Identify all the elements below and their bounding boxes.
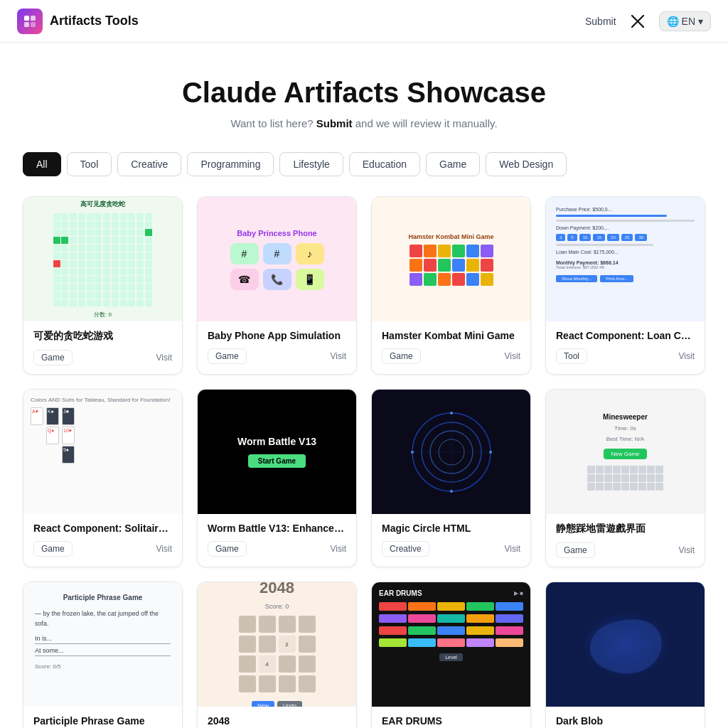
card-title-loan: React Component: Loan Cal... [556, 330, 695, 341]
filter-bar: All Tool Creative Programming Lifestyle … [0, 152, 728, 196]
card-footer-solitaire: Game Visit [33, 541, 172, 557]
card-visit-loan[interactable]: Visit [679, 351, 695, 361]
card-thumb-minesweeper: Minesweeper Time: 0s Best Time: N/A New … [546, 390, 705, 514]
card-loan: Purchase Price: $500,0... Down Payment: … [545, 196, 705, 375]
x-icon[interactable] [628, 11, 648, 31]
card-title-magic: Magic Circle HTML [382, 523, 520, 534]
hero-section: Claude Artifacts Showcase Want to list h… [0, 43, 728, 152]
card-tag-solitaire: Game [33, 541, 73, 557]
logo-icon [17, 9, 43, 34]
card-body-loan: React Component: Loan Cal... Tool Visit [546, 321, 705, 373]
chevron-down-icon: ▾ [698, 16, 703, 27]
svg-rect-3 [31, 22, 36, 27]
filter-game[interactable]: Game [426, 152, 480, 176]
card-footer-magic: Creative Visit [382, 541, 520, 557]
filter-lifestyle[interactable]: Lifestyle [279, 152, 343, 176]
card-eardrums: EAR DRUMS ▶ ■ [371, 582, 531, 728]
card-visit-worm[interactable]: Visit [331, 544, 346, 554]
card-title-minesweeper: 静態踩地雷遊戲界面 [556, 523, 695, 535]
card-body-hamster: Hamster Kombat Mini Game Game Visit [372, 321, 530, 373]
card-visit-minesweeper[interactable]: Visit [679, 545, 695, 555]
card-dark-blob: Dark Blob Game Visit [545, 582, 705, 728]
card-thumb-baby: Baby Princess Phone # # ♪ ☎ 📞 📱 [198, 197, 356, 321]
card-thumb-snake: 高可见度贪吃蛇 for(let i=0;i<144;i++)document.w… [23, 197, 182, 321]
filter-creative[interactable]: Creative [117, 152, 181, 176]
card-visit-hamster[interactable]: Visit [505, 351, 520, 361]
card-body-2048: 2048 Game Visit [198, 707, 356, 728]
card-thumb-solitaire: Colors AND Suits for Tableau, Standard f… [23, 390, 182, 514]
card-hamster: Hamster Kombat Mini Game [371, 196, 531, 375]
svg-rect-2 [24, 22, 29, 27]
card-title-2048: 2048 [208, 715, 346, 727]
card-title-snake: 可爱的贪吃蛇游戏 [33, 330, 172, 343]
card-participle: Participle Phrase Game — by the frozen l… [23, 582, 183, 728]
card-thumb-worm: Worm Battle V13 Start Game [198, 390, 356, 514]
card-body-snake: 可爱的贪吃蛇游戏 Game Visit [23, 321, 182, 374]
card-title-eardrums: EAR DRUMS [382, 715, 520, 727]
card-body-solitaire: React Component: Solitaire ... Game Visi… [23, 514, 182, 565]
filter-education[interactable]: Education [349, 152, 420, 176]
card-visit-baby[interactable]: Visit [331, 351, 346, 361]
card-thumb-magic [372, 390, 530, 514]
card-body-eardrums: EAR DRUMS Game Visit [372, 707, 530, 728]
card-tag-worm: Game [208, 541, 247, 557]
navbar-actions: Submit 🌐 EN ▾ [585, 11, 711, 31]
card-footer-baby: Game Visit [208, 348, 346, 364]
card-thumb-hamster: Hamster Kombat Mini Game [372, 197, 530, 321]
card-snake: 高可见度贪吃蛇 for(let i=0;i<144;i++)document.w… [23, 196, 183, 375]
card-body-worm: Worm Battle V13: Enhanced... Game Visit [198, 514, 356, 565]
card-body-dark: Dark Blob Game Visit [546, 707, 705, 728]
card-footer-loan: Tool Visit [556, 348, 695, 364]
filter-web-design[interactable]: Web Design [486, 152, 567, 176]
card-title-participle: Participle Phrase Game [33, 715, 172, 727]
card-title-baby: Baby Phone App Simulation [208, 330, 346, 341]
card-thumb-2048: 2048 Score: 0 2 4 [198, 582, 356, 707]
card-body-participle: Participle Phrase Game Game Visit [23, 707, 182, 728]
card-title-hamster: Hamster Kombat Mini Game [382, 330, 520, 341]
card-body-minesweeper: 静態踩地雷遊戲界面 Game Visit [546, 514, 705, 567]
card-footer-minesweeper: Game Visit [556, 542, 695, 558]
svg-rect-0 [24, 16, 29, 21]
submit-link[interactable]: Submit [585, 16, 616, 27]
filter-all[interactable]: All [23, 152, 61, 176]
card-thumb-dark [546, 582, 705, 707]
card-baby: Baby Princess Phone # # ♪ ☎ 📞 📱 Baby Pho… [197, 196, 357, 375]
card-thumb-loan: Purchase Price: $500,0... Down Payment: … [546, 197, 705, 321]
card-visit-solitaire[interactable]: Visit [156, 544, 172, 554]
lang-globe-icon: 🌐 [667, 16, 679, 27]
card-minesweeper: Minesweeper Time: 0s Best Time: N/A New … [545, 389, 705, 567]
card-solitaire: Colors AND Suits for Tableau, Standard f… [23, 389, 183, 567]
card-visit-snake[interactable]: Visit [156, 353, 172, 363]
card-title-dark: Dark Blob [556, 715, 695, 727]
filter-programming[interactable]: Programming [187, 152, 274, 176]
card-thumb-eardrums: EAR DRUMS ▶ ■ [372, 582, 530, 707]
hero-title: Claude Artifacts Showcase [17, 77, 711, 109]
card-body-magic: Magic Circle HTML Creative Visit [372, 514, 530, 565]
card-2048: 2048 Score: 0 2 4 [197, 582, 357, 728]
navbar: Artifacts Tools Submit 🌐 EN ▾ [0, 0, 728, 43]
card-footer-snake: Game Visit [33, 350, 172, 365]
card-grid: 高可见度贪吃蛇 for(let i=0;i<144;i++)document.w… [0, 196, 728, 728]
card-magic: Magic Circle HTML Creative Visit [371, 389, 531, 567]
lang-label: EN [682, 16, 695, 27]
card-tag-loan: Tool [556, 348, 587, 364]
card-visit-magic[interactable]: Visit [505, 544, 520, 554]
language-selector[interactable]: 🌐 EN ▾ [659, 11, 711, 31]
svg-rect-1 [31, 16, 36, 21]
card-tag-minesweeper: Game [556, 542, 595, 558]
card-footer-worm: Game Visit [208, 541, 346, 557]
navbar-brand: Artifacts Tools [17, 9, 139, 34]
filter-tool[interactable]: Tool [67, 152, 112, 176]
card-tag-baby: Game [208, 348, 247, 364]
card-tag-hamster: Game [382, 348, 421, 364]
hero-subtitle: Want to list here? Submit and we will re… [17, 117, 711, 129]
card-worm: Worm Battle V13 Start Game Worm Battle V… [197, 389, 357, 567]
card-tag-magic: Creative [382, 541, 429, 557]
card-title-solitaire: React Component: Solitaire ... [33, 523, 172, 534]
card-title-worm: Worm Battle V13: Enhanced... [208, 523, 346, 534]
submit-cta[interactable]: Submit [316, 117, 353, 129]
card-thumb-participle: Participle Phrase Game — by the frozen l… [23, 582, 182, 707]
card-footer-hamster: Game Visit [382, 348, 520, 364]
card-body-baby: Baby Phone App Simulation Game Visit [198, 321, 356, 373]
card-tag-snake: Game [33, 350, 73, 365]
